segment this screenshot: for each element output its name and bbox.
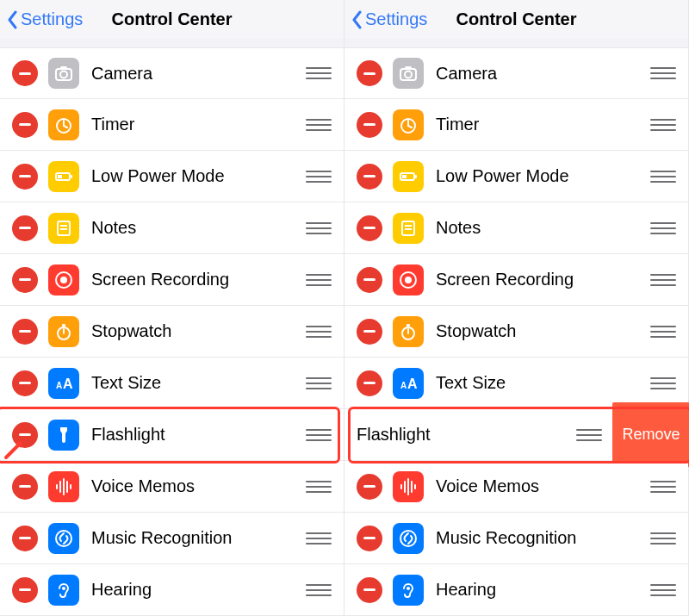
control-label: Timer: [436, 115, 650, 134]
remove-toggle[interactable]: [12, 267, 38, 293]
control-row-stopwatch[interactable]: Stopwatch: [0, 306, 344, 358]
control-row-text-size[interactable]: Text Size: [0, 358, 344, 409]
control-row-music-recognition[interactable]: Music Recognition: [0, 513, 344, 564]
remove-button-label: Remove: [622, 426, 680, 444]
reorder-handle[interactable]: [306, 532, 332, 544]
control-row-notes[interactable]: Notes: [0, 202, 344, 254]
reorder-handle[interactable]: [306, 171, 332, 183]
control-row-notes[interactable]: Notes: [344, 202, 688, 254]
control-row-text-size[interactable]: Text Size: [344, 358, 688, 409]
control-row-camera[interactable]: Camera: [344, 47, 688, 99]
battery-icon: [48, 161, 79, 192]
remove-toggle[interactable]: [12, 319, 38, 345]
remove-toggle[interactable]: [357, 526, 382, 551]
control-row-low-power-mode[interactable]: Low Power Mode: [0, 151, 344, 202]
notes-icon: [48, 213, 79, 244]
reorder-handle[interactable]: [650, 67, 676, 79]
control-label: Music Recognition: [91, 528, 306, 548]
reorder-handle[interactable]: [650, 481, 676, 493]
reorder-handle[interactable]: [306, 274, 332, 286]
remove-toggle[interactable]: [12, 474, 38, 500]
control-label: Screen Recording: [91, 270, 306, 289]
back-label: Settings: [365, 9, 427, 29]
battery-icon: [393, 161, 424, 192]
reorder-handle[interactable]: [306, 326, 332, 338]
control-label: Notes: [436, 218, 650, 238]
flashlight-icon: [48, 420, 79, 451]
control-label: Text Size: [436, 373, 650, 393]
reorder-handle[interactable]: [650, 532, 676, 544]
control-row-screen-recording[interactable]: Screen Recording: [0, 254, 344, 306]
remove-toggle[interactable]: [12, 370, 38, 396]
chevron-left-icon: [351, 10, 363, 29]
nav-bar: Settings Control Center: [0, 0, 344, 39]
record-icon: [48, 264, 79, 296]
control-label: Screen Recording: [436, 270, 650, 289]
control-row-timer[interactable]: Timer: [0, 99, 344, 151]
control-row-hearing[interactable]: Hearing: [0, 564, 344, 616]
control-label: Flashlight: [91, 425, 306, 445]
remove-toggle[interactable]: [357, 60, 382, 86]
control-row-flashlight[interactable]: Flashlight: [0, 409, 344, 461]
control-row-low-power-mode[interactable]: Low Power Mode: [344, 151, 688, 202]
control-row-screen-recording[interactable]: Screen Recording: [344, 254, 688, 306]
reorder-handle[interactable]: [306, 222, 332, 234]
remove-toggle[interactable]: [12, 577, 38, 603]
reorder-handle[interactable]: [306, 584, 332, 596]
remove-toggle[interactable]: [12, 215, 38, 241]
control-row-voice-memos[interactable]: Voice Memos: [0, 461, 344, 513]
control-label: Stopwatch: [91, 321, 306, 341]
remove-toggle[interactable]: [357, 164, 382, 190]
remove-toggle[interactable]: [357, 319, 382, 345]
remove-button[interactable]: Remove: [612, 402, 689, 467]
remove-toggle[interactable]: [12, 526, 38, 551]
control-row-music-recognition[interactable]: Music Recognition: [344, 513, 688, 564]
remove-toggle[interactable]: [357, 267, 382, 293]
control-row-camera[interactable]: Camera: [0, 47, 344, 99]
timer-icon: [48, 109, 79, 140]
remove-toggle[interactable]: [12, 60, 38, 86]
control-label: Low Power Mode: [436, 166, 650, 186]
control-row-voice-memos[interactable]: Voice Memos: [344, 461, 688, 513]
text-size-icon: [393, 368, 424, 399]
back-label: Settings: [21, 9, 83, 29]
reorder-handle[interactable]: [306, 119, 332, 131]
control-label: Text Size: [91, 373, 306, 393]
reorder-handle[interactable]: [650, 171, 676, 183]
control-label: Voice Memos: [91, 476, 306, 496]
reorder-handle[interactable]: [306, 481, 332, 493]
left-screenshot: Settings Control Center CameraTimerLow P…: [0, 0, 344, 616]
remove-toggle[interactable]: [357, 577, 382, 603]
timer-icon: [393, 109, 424, 140]
remove-toggle[interactable]: [357, 112, 382, 138]
controls-list: CameraTimerLow Power ModeNotesScreen Rec…: [344, 39, 688, 616]
control-label: Timer: [91, 115, 306, 134]
remove-toggle[interactable]: [12, 422, 38, 448]
control-row-flashlight[interactable]: FlashlightRemove: [344, 409, 688, 461]
record-icon: [393, 264, 424, 296]
reorder-handle[interactable]: [650, 377, 676, 389]
remove-toggle[interactable]: [12, 164, 38, 190]
control-label: Stopwatch: [436, 321, 650, 341]
reorder-handle[interactable]: [306, 429, 332, 441]
reorder-handle[interactable]: [576, 429, 602, 441]
control-row-stopwatch[interactable]: Stopwatch: [344, 306, 688, 358]
control-row-timer[interactable]: Timer: [344, 99, 688, 151]
reorder-handle[interactable]: [650, 584, 676, 596]
reorder-handle[interactable]: [650, 274, 676, 286]
reorder-handle[interactable]: [650, 119, 676, 131]
control-label: Camera: [436, 64, 650, 84]
stopwatch-icon: [48, 316, 79, 347]
back-button[interactable]: Settings: [351, 9, 427, 29]
control-row-hearing[interactable]: Hearing: [344, 564, 688, 616]
reorder-handle[interactable]: [650, 222, 676, 234]
reorder-handle[interactable]: [650, 326, 676, 338]
remove-toggle[interactable]: [357, 474, 382, 500]
reorder-handle[interactable]: [306, 67, 332, 79]
remove-toggle[interactable]: [12, 112, 38, 138]
reorder-handle[interactable]: [306, 377, 332, 389]
stopwatch-icon: [393, 316, 424, 347]
back-button[interactable]: Settings: [7, 9, 83, 29]
remove-toggle[interactable]: [357, 370, 382, 396]
remove-toggle[interactable]: [357, 215, 382, 241]
